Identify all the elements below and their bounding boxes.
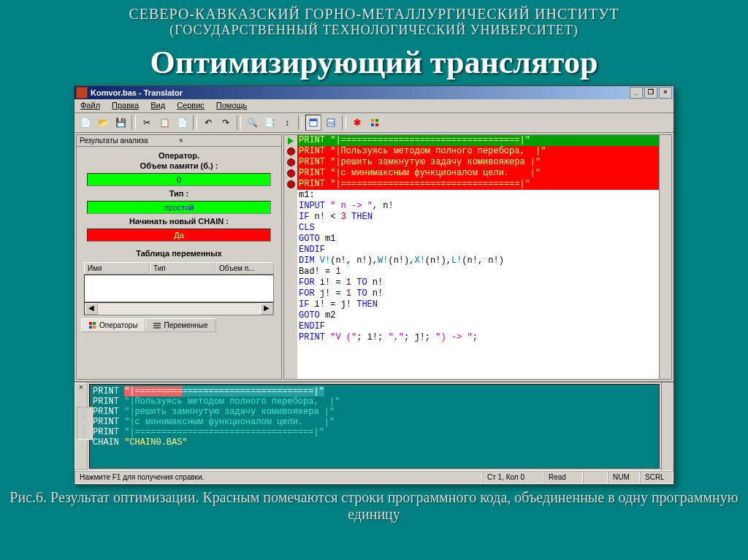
output-line: PRINT "|с минимаксным функционалом цели.…: [93, 417, 656, 427]
output-pane[interactable]: PRINT "|================================…: [89, 384, 660, 469]
status-hint: Нажмите F1 для получения справки.: [75, 471, 482, 484]
svg-rect-11: [93, 326, 96, 329]
code-line[interactable]: IF n! < 3 THEN: [297, 212, 659, 223]
close-button[interactable]: ×: [659, 87, 672, 99]
minimize-button[interactable]: _: [630, 87, 643, 99]
col-mem[interactable]: Объем п...: [215, 262, 274, 275]
code-line[interactable]: ENDIF: [297, 245, 659, 256]
svg-rect-12: [153, 323, 161, 324]
new-button[interactable]: 📄: [77, 115, 94, 131]
code-line[interactable]: PRINT "|Пользуясь методом полного перебо…: [297, 146, 659, 157]
view1-button[interactable]: [305, 115, 321, 131]
cut-button[interactable]: ✂: [139, 115, 155, 131]
analyze-button[interactable]: ✱: [349, 115, 365, 131]
tab-variables[interactable]: Переменные: [145, 318, 215, 332]
menu-view[interactable]: Вид: [145, 99, 171, 112]
titlebar: Komvor.bas - Translator _ ❐ ×: [75, 86, 673, 99]
svg-rect-5: [375, 119, 378, 122]
undo-button[interactable]: ↶: [200, 115, 216, 131]
code-line[interactable]: FOR j! = 1 TO n!: [297, 288, 659, 299]
code-line[interactable]: GOTO m2: [297, 310, 659, 321]
code-line[interactable]: DIM V!(n!, n!),W!(n!),X!(n!),L!(n!, n!): [297, 256, 659, 266]
code-line[interactable]: Bad! = 1: [297, 266, 659, 277]
menu-file[interactable]: Файл: [75, 99, 106, 112]
operator-title: Оператор.: [81, 151, 277, 160]
code-line[interactable]: INPUT " n -> ", n!: [297, 201, 659, 212]
chain-label: Начинать новый CHAIN :: [81, 217, 277, 226]
open-button[interactable]: 📂: [95, 115, 111, 131]
code-line[interactable]: IF i! = j! THEN: [297, 299, 659, 310]
copy-button[interactable]: 📋: [156, 115, 172, 131]
svg-rect-13: [153, 325, 161, 326]
vars-title: Таблица переменных: [81, 249, 277, 258]
list-button[interactable]: 📑: [262, 115, 278, 131]
svg-rect-14: [153, 327, 161, 329]
menu-help[interactable]: Помощь: [210, 99, 253, 112]
code-line[interactable]: FOR i! = 1 TO n!: [297, 277, 659, 288]
app-icon: [76, 87, 88, 99]
vars-body: [84, 275, 274, 302]
bottom-tab[interactable]: MAIN.BAS: [77, 407, 93, 440]
vars-table: Имя Тип Объем п...: [84, 262, 274, 302]
toolbar: 📄 📂 💾 ✂ 📋 📄 ↶ ↷ 🔍 📑 ↕ AB ✱: [75, 113, 673, 133]
bottom-vscroll[interactable]: [661, 383, 673, 470]
sort-button[interactable]: ↕: [279, 115, 295, 131]
code-line[interactable]: PRINT "|================================…: [297, 135, 659, 146]
output-line: PRINT "|решить замкнутую задачу комивояж…: [93, 407, 656, 417]
col-type[interactable]: Тип: [150, 262, 215, 275]
code-line[interactable]: PRINT "|решить замкнутую задачу комивояж…: [297, 157, 659, 168]
svg-rect-4: [371, 119, 374, 122]
tab-operators[interactable]: Операторы: [81, 318, 145, 332]
output-line: PRINT "|================================…: [93, 386, 656, 396]
panel-close-icon[interactable]: ×: [179, 137, 278, 145]
statusbar: Нажмите F1 для получения справки. Ст 1, …: [75, 470, 673, 484]
menubar: Файл Правка Вид Сервис Помощь: [75, 99, 673, 113]
menu-service[interactable]: Сервис: [171, 99, 210, 112]
status-mode: Read: [543, 471, 583, 484]
output-line: PRINT "|================================…: [93, 427, 656, 437]
svg-rect-6: [371, 123, 374, 126]
paste-button[interactable]: 📄: [174, 115, 190, 131]
memory-value: 0: [87, 173, 271, 186]
type-label: Тип :: [81, 189, 277, 198]
svg-rect-8: [89, 322, 92, 325]
vscroll[interactable]: [659, 135, 671, 379]
institute-line2: (ГОСУДАРСТВЕННЫЙ ТЕХНОЛОГИЧЕСКИЙ УНИВЕРС…: [0, 23, 748, 38]
code-line[interactable]: m1:: [297, 190, 659, 201]
find-button[interactable]: 🔍: [244, 115, 260, 131]
menu-edit[interactable]: Правка: [106, 99, 145, 112]
code-line[interactable]: PRINT "|================================…: [297, 179, 659, 190]
code-line[interactable]: PRINT "|с минимаксным функционалом цели.…: [297, 168, 659, 179]
save-button[interactable]: 💾: [112, 115, 129, 131]
code-editor[interactable]: PRINT "|================================…: [283, 134, 672, 380]
chain-value: Да: [87, 229, 271, 242]
slide-title: Оптимизирующий транслятор: [0, 44, 748, 81]
svg-rect-9: [93, 322, 96, 325]
col-name[interactable]: Имя: [84, 262, 150, 275]
output-line: PRINT "|Пользуясь методом полного перебо…: [93, 396, 656, 407]
view2-button[interactable]: AB: [323, 115, 339, 131]
code-line[interactable]: PRINT "V ("; i!; ","; j!; ") -> ";: [297, 332, 659, 343]
output-line: CHAIN "CHAIN0.BAS": [93, 437, 656, 448]
maximize-button[interactable]: ❐: [644, 87, 657, 99]
analysis-panel: Результаты анализа × Оператор. Объем пам…: [76, 134, 282, 380]
window-title: Komvor.bas - Translator: [91, 88, 630, 97]
figure-caption: Рис.6. Результат оптимизации. Красным по…: [0, 489, 748, 523]
svg-rect-10: [89, 326, 92, 329]
svg-rect-1: [310, 119, 317, 121]
chain-button[interactable]: [367, 115, 383, 131]
code-line[interactable]: ENDIF: [297, 321, 659, 332]
panel-title: Результаты анализа: [80, 137, 179, 145]
memory-label: Объем памяти (б.) :: [81, 161, 277, 170]
operators-icon: [89, 322, 96, 329]
variables-icon: [153, 322, 161, 329]
code-line[interactable]: CLS: [297, 223, 659, 234]
scroll-left-icon[interactable]: ◀: [85, 303, 98, 315]
code-line[interactable]: GOTO m1: [297, 234, 659, 245]
redo-button[interactable]: ↷: [218, 115, 234, 131]
institute-line1: СЕВЕРО-КАВКАЗСКИЙ ГОРНО-МЕТАЛЛУРГИЧЕСКИЙ…: [0, 6, 748, 23]
scroll-right-icon[interactable]: ▶: [260, 303, 273, 315]
status-pos: Ст 1, Кол 0: [482, 471, 543, 484]
hscroll[interactable]: ◀ ▶: [84, 302, 274, 315]
status-ovr: [583, 471, 608, 484]
